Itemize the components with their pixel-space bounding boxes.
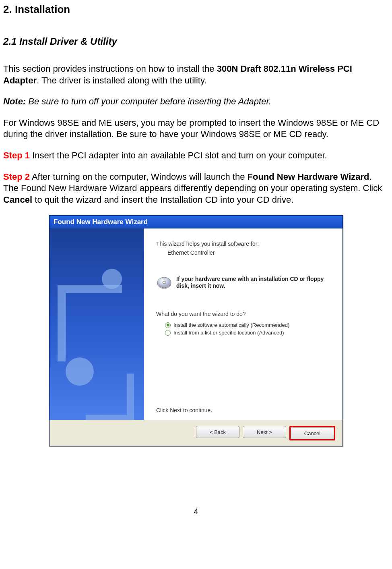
note-text: Be sure to turn off your computer before… [26,96,271,106]
step1-label: Step 1 [3,150,30,160]
wizard-body: This wizard helps you install software f… [50,228,342,420]
intro-paragraph: This section provides instructions on ho… [3,63,389,86]
section-heading: 2. Installation [3,3,389,16]
intro-text-post: . The driver is installed along with the… [37,75,206,85]
win98-paragraph: For Windows 98SE and ME users, you may b… [3,117,389,140]
next-button[interactable]: Next > [243,426,286,438]
subsection-heading: 2.1 Install Driver & Utility [3,36,389,47]
cancel-button[interactable]: Cancel [291,427,334,439]
back-button[interactable]: < Back [196,426,239,438]
step2-text-a: After turning on the computer, Windows w… [30,172,248,182]
wizard-screenshot: Found New Hardware Wizard This wizard he… [3,215,389,446]
radio-option-auto[interactable]: Install the software automatically (Reco… [165,322,330,328]
wizard-left-panel [50,228,144,420]
step1-text: Insert the PCI adapter into an available… [30,150,327,160]
wizard-help-text: This wizard helps you install software f… [156,241,330,247]
svg-point-2 [163,281,166,284]
cancel-highlight-box: Cancel [289,426,335,440]
step1-paragraph: Step 1 Insert the PCI adapter into an av… [3,150,389,162]
radio-unchecked-icon [165,330,171,336]
wizard-prompt: What do you want the wizard to do? [156,311,330,317]
step2-bold1: Found New Hardware Wizard [248,172,369,182]
wizard-radio-group: Install the software automatically (Reco… [165,322,330,337]
wizard-continue-text: Click Next to continue. [156,407,330,413]
radio-option-advanced[interactable]: Install from a list or specific location… [165,330,330,336]
radio-checked-icon [165,322,171,328]
step2-paragraph: Step 2 After turning on the computer, Wi… [3,171,389,206]
wizard-cd-text: If your hardware came with an installati… [176,276,330,290]
step2-text-c: to quit the wizard and insert the Instal… [32,195,293,205]
wizard-device-name: Ethernet Controller [167,249,330,256]
wizard-window: Found New Hardware Wizard This wizard he… [49,215,343,446]
step2-bold2: Cancel [3,195,32,205]
wizard-title: Found New Hardware Wizard [54,218,148,226]
wizard-cd-row: If your hardware came with an installati… [156,274,330,291]
page-number: 4 [3,507,389,516]
wizard-titlebar[interactable]: Found New Hardware Wizard [50,216,342,228]
wizard-right-panel: This wizard helps you install software f… [144,228,342,420]
wizard-decoration [50,245,144,414]
wizard-button-bar: < Back Next > Cancel [50,420,342,446]
radio-label-auto: Install the software automatically (Reco… [173,322,289,328]
note-paragraph: Note: Be sure to turn off your computer … [3,96,389,108]
step2-label: Step 2 [3,172,30,182]
radio-label-advanced: Install from a list or specific location… [173,330,284,336]
intro-text-pre: This section provides instructions on ho… [3,64,217,74]
cd-icon [156,274,172,291]
note-label: Note: [3,96,26,106]
